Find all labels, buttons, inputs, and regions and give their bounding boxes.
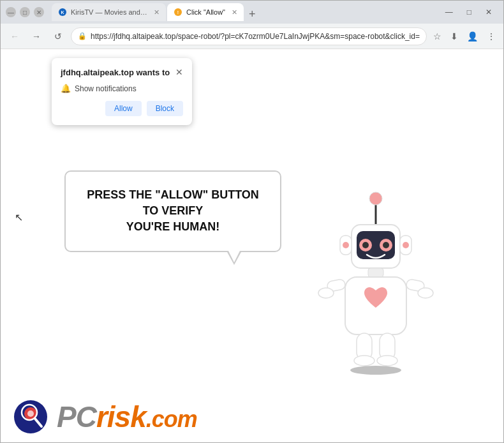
title-bar: — □ ✕ K KirisTV — Movies and Series D...… (1, 1, 503, 24)
svg-point-21 (418, 288, 433, 298)
mouse-cursor: ↖ (15, 211, 23, 223)
svg-point-11 (383, 242, 389, 248)
menu-icon[interactable]: ⋮ (484, 30, 498, 43)
forward-button[interactable]: → (27, 27, 45, 45)
block-button[interactable]: Block (147, 101, 183, 116)
tab2-favicon: ! (174, 8, 182, 17)
back-button[interactable]: ← (6, 27, 24, 45)
robot-shadow (350, 366, 401, 375)
tab1-favicon: K (58, 8, 67, 17)
win-minimize-btn[interactable]: — (441, 6, 457, 18)
allow-button[interactable]: Allow (105, 101, 142, 116)
popup-buttons: Allow Block (61, 101, 183, 116)
svg-point-28 (27, 410, 34, 417)
minimize-button[interactable]: — (6, 7, 16, 17)
lock-icon: 🔒 (78, 32, 87, 40)
popup-item-label: Show notifications (75, 84, 137, 93)
svg-point-25 (377, 356, 397, 366)
win-close-btn[interactable]: ✕ (482, 6, 496, 18)
nav-bar: ← → ↺ 🔒 ☆ ⬇ 👤 ⋮ (1, 24, 503, 49)
tab2-close[interactable]: ✕ (232, 8, 237, 17)
popup-close-button[interactable]: ✕ (175, 67, 183, 77)
tab2-label: Click "Allow" (186, 8, 225, 16)
address-bar-wrap[interactable]: 🔒 (71, 27, 427, 45)
speech-bubble-container: PRESS THE "ALLOW" BUTTON TO VERIFY YOU'R… (64, 170, 281, 252)
maximize-button[interactable]: □ (20, 7, 30, 17)
popup-item: 🔔 Show notifications (61, 84, 183, 93)
pc-label: PC (57, 400, 96, 433)
new-tab-button[interactable]: + (245, 8, 260, 21)
window-actions: — □ ✕ (441, 6, 498, 18)
speech-bubble-text: PRESS THE "ALLOW" BUTTON TO VERIFY YOU'R… (85, 187, 261, 236)
profile-icon[interactable]: 👤 (464, 30, 480, 43)
svg-point-19 (318, 288, 334, 298)
browser-window: — □ ✕ K KirisTV — Movies and Series D...… (0, 0, 504, 443)
bell-icon: 🔔 (61, 84, 71, 93)
window-controls: — □ ✕ (6, 7, 44, 17)
bookmark-icon[interactable]: ☆ (431, 30, 444, 43)
risk-label: risk (96, 400, 146, 433)
svg-text:K: K (61, 10, 64, 15)
svg-text:!: ! (177, 10, 179, 15)
svg-point-5 (369, 192, 382, 205)
svg-rect-16 (368, 268, 383, 277)
speech-bubble: PRESS THE "ALLOW" BUTTON TO VERIFY YOU'R… (64, 170, 281, 252)
pcrisk-text: PCrisk.com (57, 400, 197, 434)
page-content: jfdhq.altaipeak.top wants to ✕ 🔔 Show no… (1, 49, 503, 442)
popup-header: jfdhq.altaipeak.top wants to ✕ (61, 67, 183, 77)
close-window-button[interactable]: ✕ (34, 7, 44, 17)
popup-title: jfdhq.altaipeak.top wants to (61, 68, 170, 77)
pcrisk-watermark: PCrisk.com (1, 391, 503, 442)
tab1-close[interactable]: ✕ (154, 8, 159, 17)
tab-2-active[interactable]: ! Click "Allow" ✕ (167, 3, 244, 21)
svg-point-10 (362, 242, 369, 248)
address-input[interactable] (91, 32, 420, 41)
pcrisk-logo-icon (13, 400, 48, 434)
notification-popup: jfdhq.altaipeak.top wants to ✕ 🔔 Show no… (52, 58, 192, 125)
tab1-label: KirisTV — Movies and Series D... (71, 8, 147, 16)
svg-point-24 (354, 356, 374, 366)
reload-button[interactable]: ↺ (49, 27, 67, 45)
download-icon[interactable]: ⬇ (448, 30, 461, 43)
robot-image (312, 190, 440, 381)
robot-svg (312, 190, 440, 375)
svg-point-14 (343, 242, 349, 248)
tab-bar: K KirisTV — Movies and Series D... ✕ ! C… (52, 3, 439, 21)
svg-point-15 (403, 242, 409, 248)
dotcom-label: .com (146, 406, 197, 432)
tab-1[interactable]: K KirisTV — Movies and Series D... ✕ (52, 3, 166, 21)
win-restore-btn[interactable]: □ (463, 6, 475, 18)
